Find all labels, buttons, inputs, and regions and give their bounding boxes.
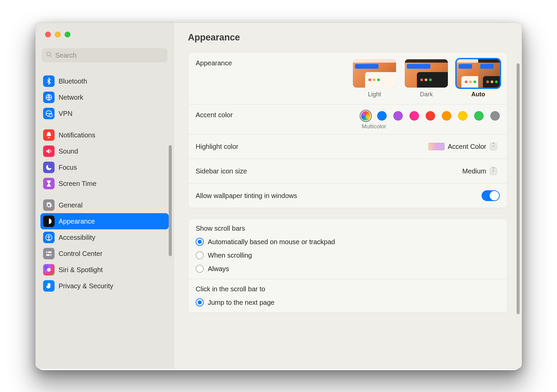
accent-swatch-green[interactable] xyxy=(474,111,484,121)
radio-label: Always xyxy=(208,265,229,273)
accent-color-caption: Multicolor xyxy=(361,123,500,130)
svg-point-12 xyxy=(47,268,51,272)
radio-label: Automatically based on mouse or trackpad xyxy=(208,238,335,246)
scrollbars-option-auto[interactable]: Automatically based on mouse or trackpad xyxy=(196,238,500,246)
sidebar-item-bluetooth[interactable]: Bluetooth xyxy=(40,73,169,89)
sidebar-item-screentime[interactable]: Screen Time xyxy=(40,175,169,192)
sidebar-icon-size-value: Medium xyxy=(462,167,486,175)
accessibility-icon xyxy=(43,232,55,243)
zoom-window-button[interactable] xyxy=(65,32,70,37)
svg-point-11 xyxy=(50,254,51,256)
siri-icon xyxy=(43,264,55,275)
sidebar: Search Bluetooth N xyxy=(36,23,174,368)
sidebar-item-privacy[interactable]: Privacy & Security xyxy=(40,278,169,294)
moon-icon xyxy=(43,162,55,173)
scrollbars-option-always[interactable]: Always xyxy=(196,265,500,273)
minimize-window-button[interactable] xyxy=(55,32,61,37)
svg-point-0 xyxy=(47,52,51,56)
sidebar-item-label: Screen Time xyxy=(59,180,96,188)
sidebar-item-network[interactable]: Network xyxy=(40,89,169,105)
search-input[interactable]: Search xyxy=(42,48,167,62)
scrollbar-click-label: Click in the scroll bar to xyxy=(196,285,500,293)
gear-icon xyxy=(43,199,55,211)
page-title: Appearance xyxy=(174,23,522,52)
appearance-icon xyxy=(43,216,55,227)
window-controls xyxy=(36,23,173,37)
updown-icon: ˄˅ xyxy=(490,142,497,151)
sidebar-item-accessibility[interactable]: Accessibility xyxy=(40,229,169,246)
svg-rect-9 xyxy=(46,254,52,256)
sidebar-item-label: Notifications xyxy=(59,131,95,139)
sidebar-item-appearance[interactable]: Appearance xyxy=(40,213,169,229)
scrollbars-option-scrolling[interactable]: When scrolling xyxy=(196,251,500,259)
sidebar-item-label: Appearance xyxy=(59,218,95,225)
wallpaper-tinting-label: Allow wallpaper tinting in windows xyxy=(196,192,297,200)
sidebar-icon-size-select[interactable]: Medium ˄˅ xyxy=(460,166,500,176)
radio-label: When scrolling xyxy=(208,252,252,259)
speaker-icon xyxy=(43,145,55,157)
accent-swatch-purple[interactable] xyxy=(393,111,403,121)
sidebar-item-label: VPN xyxy=(59,110,72,118)
sidebar-item-focus[interactable]: Focus xyxy=(40,159,169,175)
sidebar-list: Bluetooth Network VPN xyxy=(36,68,173,368)
accent-swatch-yellow[interactable] xyxy=(458,111,467,121)
radio-icon xyxy=(196,251,204,259)
highlight-color-label: Highlight color xyxy=(196,143,238,151)
sidebar-icon-size-label: Sidebar icon size xyxy=(196,167,247,175)
svg-rect-8 xyxy=(46,252,52,253)
search-icon xyxy=(46,51,55,60)
appearance-label: Appearance xyxy=(196,59,232,67)
accent-swatch-pink[interactable] xyxy=(409,111,419,121)
sidebar-item-vpn[interactable]: VPN xyxy=(40,105,169,122)
svg-point-10 xyxy=(47,252,48,253)
sidebar-item-label: Accessibility xyxy=(59,234,95,241)
highlight-color-value: Accent Color xyxy=(448,143,487,151)
sidebar-item-notifications[interactable]: Notifications xyxy=(40,127,169,143)
sidebar-item-siri[interactable]: Siri & Spotlight xyxy=(40,262,169,278)
accent-swatch-graphite[interactable] xyxy=(490,111,500,121)
bluetooth-icon xyxy=(43,75,55,87)
accent-swatch-multicolor[interactable] xyxy=(361,111,370,121)
sidebar-item-controlcenter[interactable]: Control Center xyxy=(40,246,169,262)
sidebar-item-label: General xyxy=(59,201,83,209)
sidebar-item-label: Sound xyxy=(59,148,78,155)
sidebar-item-label: Bluetooth xyxy=(59,77,87,85)
radio-icon xyxy=(196,298,204,306)
svg-point-7 xyxy=(48,235,50,237)
sidebar-item-general[interactable]: General xyxy=(40,197,169,213)
highlight-color-select[interactable]: Accent Color ˄˅ xyxy=(426,141,500,152)
sidebar-item-label: Siri & Spotlight xyxy=(59,266,103,274)
sidebar-scrollbar-thumb[interactable] xyxy=(169,145,172,256)
appearance-option-dark[interactable] xyxy=(405,59,448,88)
appearance-option-label: Auto xyxy=(471,91,485,98)
sidebar-item-label: Focus xyxy=(59,164,77,171)
hourglass-icon xyxy=(43,178,55,189)
appearance-option-label: Dark xyxy=(420,91,433,98)
search-placeholder: Search xyxy=(55,52,76,59)
toggles-icon xyxy=(43,248,55,259)
svg-point-4 xyxy=(49,114,52,117)
accent-color-label: Accent color xyxy=(196,111,233,119)
accent-swatch-orange[interactable] xyxy=(442,111,451,121)
radio-label: Jump to the next page xyxy=(208,299,274,306)
updown-icon: ˄˅ xyxy=(490,167,497,175)
accent-swatch-red[interactable] xyxy=(426,111,435,121)
appearance-option-auto[interactable] xyxy=(457,59,500,88)
accent-color-swatches xyxy=(361,111,500,121)
highlight-color-swatch xyxy=(428,143,445,150)
sidebar-item-label: Control Center xyxy=(59,250,102,258)
accent-swatch-blue[interactable] xyxy=(377,111,387,121)
scrollbar-click-option-nextpage[interactable]: Jump to the next page xyxy=(196,298,500,306)
appearance-option-light[interactable] xyxy=(353,59,396,88)
show-scrollbars-label: Show scroll bars xyxy=(196,225,500,232)
sidebar-item-label: Privacy & Security xyxy=(59,282,113,290)
settings-window: Search Bluetooth N xyxy=(35,23,522,369)
svg-line-1 xyxy=(50,55,52,57)
sidebar-item-sound[interactable]: Sound xyxy=(40,143,169,159)
radio-icon xyxy=(196,238,204,246)
close-window-button[interactable] xyxy=(45,32,51,37)
bell-icon xyxy=(43,129,55,141)
hand-icon xyxy=(43,280,55,292)
radio-icon xyxy=(196,265,204,273)
wallpaper-tinting-toggle[interactable] xyxy=(482,190,500,201)
